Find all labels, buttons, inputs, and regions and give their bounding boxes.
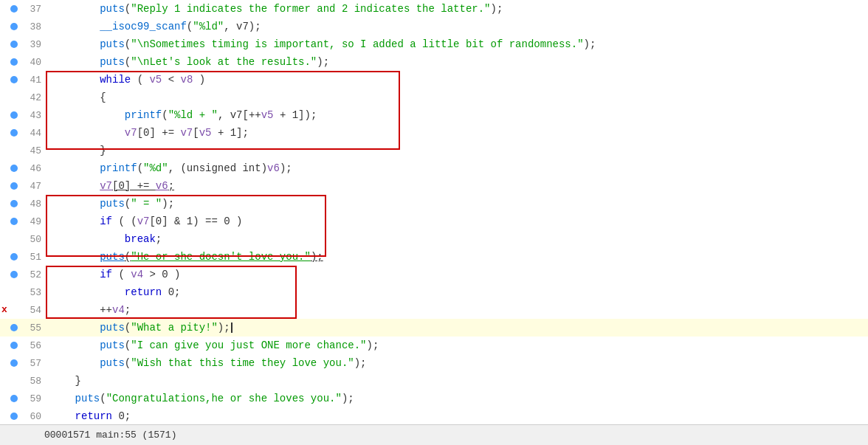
breakpoint-dot-59[interactable] [10,395,18,402]
line-gutter-51: 51 [0,252,44,263]
breakpoint-dot-55[interactable] [10,324,18,331]
code-line-55: 55 puts("What a pity!"); [0,319,868,337]
breakpoint-dot-38[interactable] [10,23,18,30]
line-gutter-60: 60 [0,411,44,422]
code-line-59: 59 puts("Congratulations,he or she loves… [0,390,868,407]
code-line-51: 51 puts("He or she doesn't love you."); [0,248,868,266]
breakpoint-dot-50[interactable] [10,235,18,243]
breakpoint-dot-53[interactable] [10,289,18,296]
line-number-54: 54 [21,305,41,316]
line-gutter-38: 38 [0,21,44,32]
line-number-58: 58 [21,376,41,387]
line-content-51: puts("He or she doesn't love you."); [44,248,323,266]
code-line-56: 56 puts("I can give you just ONE more ch… [0,337,868,354]
x-marker: x [1,301,7,319]
breakpoint-dot-39[interactable] [10,41,18,48]
breakpoint-dot-42[interactable] [10,94,18,101]
line-content-42: { [44,89,106,106]
code-editor: 37 puts("Reply 1 indicates the former an… [0,0,868,445]
breakpoint-dot-54[interactable] [10,306,18,314]
status-text: 00001571 main:55 (1571) [44,430,176,441]
line-gutter-41: 41 [0,75,44,86]
line-number-51: 51 [21,252,41,263]
line-gutter-46: 46 [0,163,44,174]
breakpoint-dot-56[interactable] [10,342,18,349]
line-number-37: 37 [21,4,41,15]
code-line-53: 53 return 0; [0,283,868,301]
line-gutter-49: 49 [0,216,44,227]
line-gutter-48: 48 [0,199,44,210]
code-line-52: 52 if ( v4 > 0 ) [0,266,868,283]
line-content-46: printf("%d", (unsigned int)v6); [44,159,292,177]
line-content-56: puts("I can give you just ONE more chanc… [44,337,379,354]
breakpoint-dot-37[interactable] [10,5,18,13]
line-content-50: break; [44,230,162,248]
breakpoint-dot-49[interactable] [10,218,18,225]
line-gutter-56: 56 [0,340,44,351]
line-number-55: 55 [21,322,41,334]
line-gutter-58: 58 [0,376,44,387]
line-content-43: printf("%ld + ", v7[++v5 + 1]); [44,106,317,124]
line-number-43: 43 [21,110,41,121]
line-content-38: __isoc99_scanf("%ld", v7); [44,18,261,35]
line-number-47: 47 [21,181,41,192]
line-number-46: 46 [21,163,41,174]
line-number-57: 57 [21,358,41,369]
line-content-60: return 0; [44,407,131,425]
code-line-43: 43 printf("%ld + ", v7[++v5 + 1]); [0,106,868,124]
line-number-60: 60 [21,411,41,422]
line-content-48: puts(" = "); [44,195,174,213]
line-gutter-52: 52 [0,269,44,280]
line-content-49: if ( (v7[0] & 1) == 0 ) [44,213,242,230]
code-line-37: 37 puts("Reply 1 indicates the former an… [0,0,868,18]
line-content-47: v7[0] += v6; [44,177,174,195]
code-line-39: 39 puts("\nSometimes timing is important… [0,35,868,53]
breakpoint-dot-46[interactable] [10,165,18,172]
breakpoint-dot-60[interactable] [10,413,18,420]
line-number-44: 44 [21,128,41,139]
line-gutter-50: 50 [0,234,44,245]
breakpoint-dot-47[interactable] [10,182,18,190]
line-number-41: 41 [21,75,41,86]
code-line-49: 49 if ( (v7[0] & 1) == 0 ) [0,213,868,230]
code-line-40: 40 puts("\nLet's look at the results."); [0,53,868,71]
breakpoint-dot-58[interactable] [10,377,18,384]
line-gutter-47: 47 [0,181,44,192]
line-number-50: 50 [21,234,41,245]
breakpoint-dot-48[interactable] [10,200,18,207]
breakpoint-dot-40[interactable] [10,58,18,66]
code-area: 37 puts("Reply 1 indicates the former an… [0,0,868,443]
line-gutter-39: 39 [0,39,44,50]
line-gutter-57: 57 [0,358,44,369]
line-content-39: puts("\nSometimes timing is important, s… [44,35,596,53]
breakpoint-dot-52[interactable] [10,271,18,278]
line-content-37: puts("Reply 1 indicates the former and 2… [44,0,503,18]
breakpoint-dot-57[interactable] [10,359,18,367]
line-number-59: 59 [21,393,41,404]
line-content-54: ++v4; [44,301,131,319]
code-line-54: 54 ++v4; [0,301,868,319]
breakpoint-dot-43[interactable] [10,111,18,119]
status-bar: 00001571 main:55 (1571) [0,424,868,445]
code-line-60: 60 return 0; [0,407,868,425]
line-number-38: 38 [21,21,41,32]
line-content-40: puts("\nLet's look at the results."); [44,53,329,71]
code-line-45: 45 } [0,142,868,159]
breakpoint-dot-45[interactable] [10,147,18,154]
breakpoint-dot-44[interactable] [10,129,18,137]
code-line-47: 47 v7[0] += v6; [0,177,868,195]
line-gutter-53: 53 [0,287,44,298]
line-gutter-55: 55 [0,322,44,334]
code-line-48: 48 puts(" = "); [0,195,868,213]
line-gutter-37: 37 [0,4,44,15]
line-content-55: puts("What a pity!"); [44,319,232,337]
line-gutter-45: 45 [0,145,44,156]
line-number-40: 40 [21,57,41,68]
breakpoint-dot-51[interactable] [10,253,18,261]
code-line-58: 58 } [0,372,868,390]
code-line-41: 41 while ( v5 < v8 ) [0,71,868,89]
line-number-53: 53 [21,287,41,298]
line-content-58: } [44,372,81,390]
line-content-45: } [44,142,106,159]
breakpoint-dot-41[interactable] [10,76,18,83]
